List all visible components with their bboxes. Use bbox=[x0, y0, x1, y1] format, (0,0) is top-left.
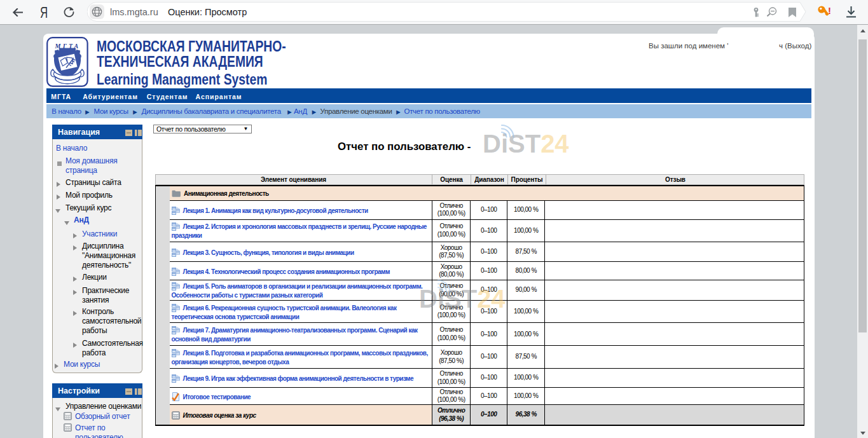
svg-text:!: ! bbox=[828, 6, 831, 16]
